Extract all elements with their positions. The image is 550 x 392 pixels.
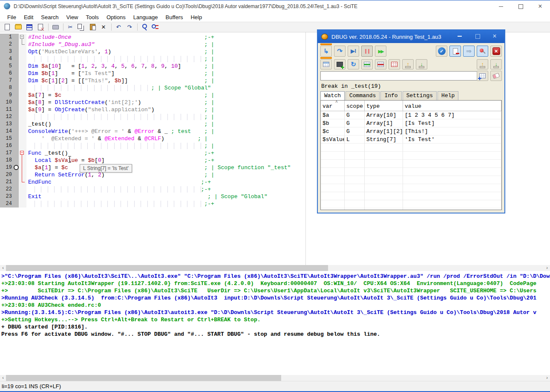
fold-margin[interactable] (19, 135, 26, 142)
watch-row-empty[interactable] (321, 160, 501, 168)
watch-row[interactable]: $cGArray[1][2][This!] (321, 127, 501, 135)
line-number[interactable]: 24 (0, 200, 19, 208)
watch-column-header-scope[interactable]: scope (345, 101, 365, 111)
watch-column-header-value[interactable]: value (403, 101, 501, 111)
fold-margin[interactable] (19, 157, 26, 164)
copy-button[interactable] (76, 23, 86, 32)
code-text[interactable]: Local $sValue = $b[0] ;-+ (26, 157, 214, 164)
cut-button[interactable]: ✂ (65, 23, 75, 32)
pin-window-button[interactable] (477, 46, 488, 57)
line-number[interactable]: 1 (0, 34, 19, 41)
add-expression-button[interactable] (477, 71, 488, 81)
fold-margin[interactable] (19, 164, 26, 171)
save-file-button[interactable] (24, 23, 35, 32)
tab-help[interactable]: Help (438, 91, 458, 100)
tab-settings[interactable]: Settings (403, 91, 437, 100)
watch-row[interactable]: $sValueLString[7]'Is Test' (321, 135, 501, 144)
fold-margin[interactable] (19, 84, 26, 92)
code-text[interactable]: ; | (26, 142, 214, 150)
tab-info[interactable]: Info (380, 91, 401, 100)
fold-margin[interactable] (19, 70, 26, 77)
line-number[interactable]: 6 (0, 70, 19, 77)
undo-button[interactable]: ↶ (113, 23, 124, 32)
fold-margin[interactable] (19, 200, 26, 208)
fold-margin[interactable] (19, 113, 26, 121)
watch-row-empty[interactable] (321, 200, 501, 208)
line-number[interactable]: 9 (0, 92, 19, 99)
line-number[interactable]: 12 (0, 113, 19, 121)
insert-row-button[interactable] (361, 59, 373, 69)
scroll-left-icon[interactable]: ‹ (0, 265, 6, 271)
step-over-button[interactable]: ↷ (334, 46, 346, 57)
fold-margin[interactable] (19, 128, 26, 135)
save-watch-button[interactable]: ↑ (477, 59, 488, 69)
watch-row-empty[interactable] (321, 208, 501, 210)
close-file-button[interactable] (35, 23, 46, 32)
line-number[interactable]: 7 (0, 77, 19, 84)
code-text[interactable]: ;-+ (26, 200, 214, 208)
paste-button[interactable] (87, 23, 98, 32)
new-file-button[interactable] (2, 23, 12, 32)
watch-row-empty[interactable] (321, 152, 501, 160)
menu-item-help[interactable]: Help (187, 13, 206, 21)
code-text[interactable]: ; | (26, 55, 214, 63)
print-button[interactable] (50, 23, 60, 32)
load-watch-button[interactable]: ↓ (490, 59, 502, 69)
watch-row-empty[interactable] (321, 176, 501, 184)
find-button[interactable] (139, 23, 150, 32)
fold-margin[interactable] (19, 106, 26, 113)
fold-margin[interactable] (19, 55, 26, 63)
line-number[interactable]: 13 (0, 121, 19, 128)
line-number[interactable]: 11 (0, 106, 19, 113)
watch-row-empty[interactable] (321, 168, 501, 176)
refresh-button[interactable]: ↻ (348, 59, 359, 69)
fold-margin[interactable] (19, 186, 26, 193)
delete-row-button[interactable] (375, 59, 386, 69)
dbug-close-button[interactable]: × (488, 30, 501, 42)
line-number[interactable]: 8 (0, 84, 19, 92)
step-into-button[interactable]: ↳ (320, 46, 332, 57)
add-watch-button[interactable] (334, 59, 346, 69)
fold-margin[interactable] (19, 150, 26, 157)
menu-item-options[interactable]: Options (103, 13, 130, 21)
line-number[interactable]: 10 (0, 99, 19, 106)
line-number[interactable]: 20 (0, 171, 19, 179)
watch-table[interactable]: var^scopetypevalue $aGArray[10][1 2 3 4 … (320, 100, 502, 210)
line-number[interactable]: 22 (0, 186, 19, 193)
code-text[interactable]: _test() ; | (26, 121, 214, 128)
watch-row-empty[interactable] (321, 184, 501, 192)
line-number[interactable]: 15 (0, 135, 19, 142)
fold-collapse-icon[interactable] (20, 151, 24, 155)
fold-margin[interactable] (19, 179, 26, 186)
menu-item-tools[interactable]: Tools (82, 13, 103, 21)
line-number[interactable]: 17 (0, 150, 19, 157)
move-up-button[interactable]: ↑ (402, 59, 414, 69)
code-text[interactable]: Opt('MustDeclareVars', 1) ; | (26, 48, 214, 55)
output-hscroll-thumb[interactable] (6, 375, 281, 381)
code-text[interactable]: ' @Extended = ' & @Extended & @CRLF) ; | (26, 135, 207, 142)
pause-button[interactable] (361, 46, 373, 57)
remove-breakpoint-button[interactable] (449, 46, 461, 57)
code-text[interactable]: ConsoleWrite('+++> @Error = ' & @Error &… (26, 128, 214, 135)
menu-item-file[interactable]: File (3, 13, 20, 21)
line-number[interactable]: 21 (0, 179, 19, 186)
line-number[interactable]: 19 (0, 164, 19, 171)
line-number[interactable]: 2 (0, 41, 19, 48)
line-number[interactable]: 14 (0, 128, 19, 135)
code-text[interactable]: $a[1] = $c ; | Scope function "_test" (26, 164, 291, 171)
stop-debug-button[interactable]: ✕ (490, 46, 502, 57)
line-number[interactable]: 3 (0, 48, 19, 55)
code-text[interactable]: $a[7] = $c ; | (26, 92, 214, 99)
watch-row[interactable]: $aGArray[10][1 2 3 4 5 6 7] (321, 111, 501, 119)
resume-button[interactable]: ▶▶ (375, 46, 386, 57)
open-file-button[interactable] (13, 23, 23, 32)
fold-margin[interactable] (19, 41, 26, 48)
code-text[interactable]: Dim $b[1] = ["Is Test"] ; | (26, 70, 214, 77)
fold-margin[interactable] (19, 121, 26, 128)
dbug-window[interactable]: DBUG ver. 2018.05.24 - Running Test_1.au… (317, 29, 505, 213)
code-text[interactable]: Dim $c[1][2] = [["This!", $b]] ; | (26, 77, 214, 84)
code-text[interactable]: Func _test() ;-+ (26, 150, 214, 157)
fold-margin[interactable] (19, 48, 26, 55)
code-text[interactable]: EndFunc ;-+ (26, 179, 211, 186)
find-next-button[interactable] (150, 23, 161, 32)
